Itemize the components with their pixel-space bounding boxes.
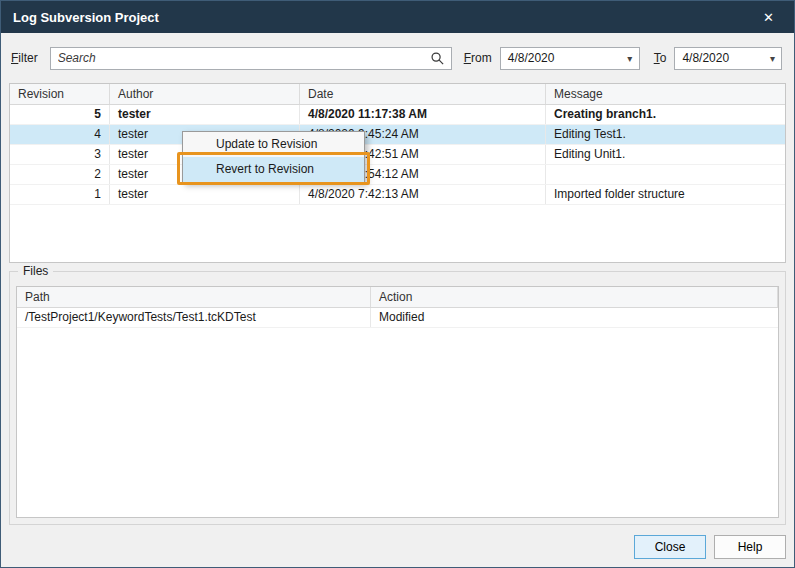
cell-action: Modified (371, 308, 778, 327)
table-row[interactable]: 5 tester 4/8/2020 11:17:38 AM Creating b… (10, 105, 785, 125)
column-header-message[interactable]: Message (546, 84, 785, 104)
table-row-selected[interactable]: 4 tester 4/8/2020 9:45:24 AM Editing Tes… (10, 125, 785, 145)
search-box (50, 47, 452, 70)
filter-label: Filter (11, 51, 38, 65)
revision-table: Revision Author Date Message 5 tester 4/… (9, 83, 786, 263)
files-table: Path Action /TestProject1/KeywordTests/T… (16, 286, 779, 518)
cell-revision: 1 (10, 185, 110, 204)
cell-author: tester (110, 185, 300, 204)
to-date-dropdown[interactable]: 4/8/2020 ▾ (674, 47, 782, 70)
log-subversion-project-dialog: Log Subversion Project ✕ Filter From 4/8… (0, 0, 795, 568)
search-input[interactable] (50, 47, 452, 70)
filter-bar: Filter From 4/8/2020 ▾ To 4/8/2020 ▾ (1, 33, 794, 83)
column-header-action[interactable]: Action (371, 287, 778, 307)
cell-path: /TestProject1/KeywordTests/Test1.tcKDTes… (17, 308, 371, 327)
to-label: To (654, 51, 667, 65)
annotation-highlight (177, 152, 370, 185)
window-title: Log Subversion Project (13, 10, 755, 25)
close-icon[interactable]: ✕ (755, 8, 782, 27)
search-icon (430, 51, 445, 66)
cell-revision: 2 (10, 165, 110, 184)
cell-message (546, 165, 785, 184)
from-date-dropdown[interactable]: 4/8/2020 ▾ (500, 47, 640, 70)
footer: Close Help (634, 535, 786, 559)
help-button[interactable]: Help (714, 535, 786, 559)
cell-author: tester (110, 105, 300, 124)
column-header-author[interactable]: Author (110, 84, 300, 104)
cell-message: Imported folder structure (546, 185, 785, 204)
to-date-value: 4/8/2020 (675, 51, 763, 65)
close-button[interactable]: Close (634, 535, 706, 559)
files-group-label: Files (18, 264, 53, 278)
from-label: From (464, 51, 492, 65)
chevron-down-icon: ▾ (621, 53, 639, 64)
cell-message: Creating branch1. (546, 105, 785, 124)
cell-revision: 4 (10, 125, 110, 144)
from-date-value: 4/8/2020 (501, 51, 621, 65)
file-row[interactable]: /TestProject1/KeywordTests/Test1.tcKDTes… (17, 308, 778, 328)
files-group: Files Path Action /TestProject1/KeywordT… (9, 271, 786, 525)
table-row[interactable]: 3 tester 4/8/2020 9:42:51 AM Editing Uni… (10, 145, 785, 165)
cell-date: 4/8/2020 7:42:13 AM (300, 185, 546, 204)
revision-table-header: Revision Author Date Message (10, 84, 785, 105)
cell-revision: 3 (10, 145, 110, 164)
cell-revision: 5 (10, 105, 110, 124)
table-row[interactable]: 2 tester 4/8/2020 7:54:12 AM (10, 165, 785, 185)
chevron-down-icon: ▾ (763, 53, 781, 64)
cell-message: Editing Test1. (546, 125, 785, 144)
column-header-date[interactable]: Date (300, 84, 546, 104)
column-header-path[interactable]: Path (17, 287, 371, 307)
table-row[interactable]: 1 tester 4/8/2020 7:42:13 AM Imported fo… (10, 185, 785, 205)
column-header-revision[interactable]: Revision (10, 84, 110, 104)
titlebar[interactable]: Log Subversion Project ✕ (1, 1, 794, 33)
cell-message: Editing Unit1. (546, 145, 785, 164)
cell-date: 4/8/2020 11:17:38 AM (300, 105, 546, 124)
files-table-header: Path Action (17, 287, 778, 308)
